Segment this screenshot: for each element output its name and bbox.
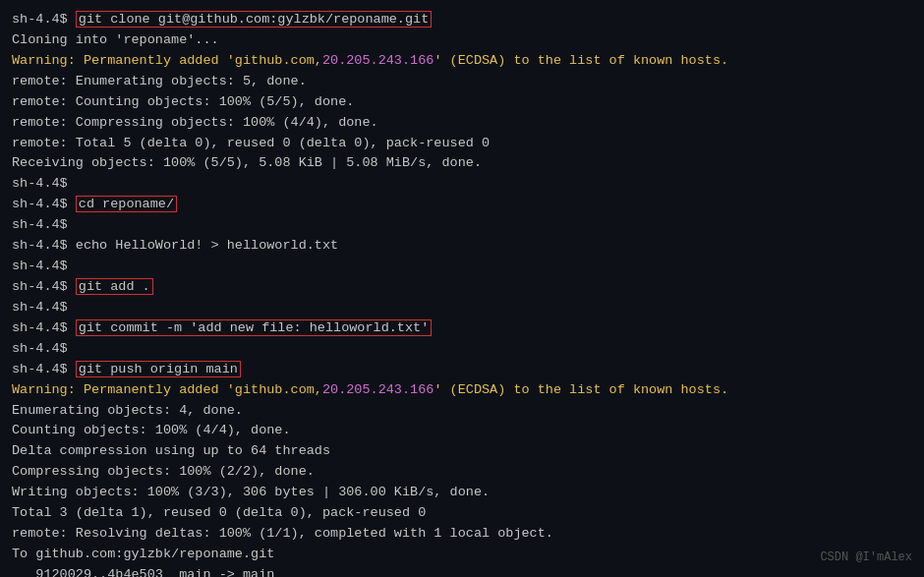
prompt: sh-4.4$ <box>12 217 76 232</box>
terminal-line: remote: Enumerating objects: 5, done. <box>12 72 912 92</box>
terminal-line: sh-4.4$ <box>12 339 912 360</box>
terminal-line: Total 3 (delta 1), reused 0 (delta 0), p… <box>12 503 912 524</box>
prompt: sh-4.4$ <box>12 341 76 356</box>
watermark: CSDN @I'mAlex <box>820 548 912 567</box>
command: cd reponame/ <box>76 196 177 212</box>
prompt: sh-4.4$ <box>12 176 76 191</box>
ip-address: 20.205.243.166 <box>322 53 433 68</box>
prompt: sh-4.4$ <box>12 12 76 27</box>
terminal-line: Delta compression using up to 64 threads <box>12 441 912 462</box>
warning-text: Warning: Permanently added 'github.com, <box>12 382 322 397</box>
terminal-line: sh-4.4$ git clone git@github.com:gylzbk/… <box>12 10 912 30</box>
terminal-line: sh-4.4$ git push origin main <box>12 360 912 380</box>
prompt: sh-4.4$ <box>12 238 76 253</box>
terminal-line: Receiving objects: 100% (5/5), 5.08 KiB … <box>12 153 912 174</box>
terminal-line: 9120029..4b4e503 main -> main <box>12 565 912 577</box>
terminal-line: Writing objects: 100% (3/3), 306 bytes |… <box>12 483 912 503</box>
terminal-window: sh-4.4$ git clone git@github.com:gylzbk/… <box>0 0 924 577</box>
terminal-line: sh-4.4$ <box>12 174 912 195</box>
terminal-line: remote: Total 5 (delta 0), reused 0 (del… <box>12 134 912 154</box>
command-text: echo HelloWorld! > helloworld.txt <box>76 238 338 253</box>
terminal-line: sh-4.4$ echo HelloWorld! > helloworld.tx… <box>12 236 912 257</box>
warning-text: Warning: Permanently added 'github.com, <box>12 53 322 68</box>
terminal-line: sh-4.4$ cd reponame/ <box>12 195 912 215</box>
terminal-line: sh-4.4$ <box>12 298 912 318</box>
terminal-line: Compressing objects: 100% (2/2), done. <box>12 462 912 483</box>
terminal-line: Warning: Permanently added 'github.com,2… <box>12 51 912 72</box>
prompt: sh-4.4$ <box>12 279 76 294</box>
terminal-output: sh-4.4$ git clone git@github.com:gylzbk/… <box>12 10 912 577</box>
terminal-line: remote: Compressing objects: 100% (4/4),… <box>12 113 912 134</box>
command: git commit -m 'add new file: helloworld.… <box>76 319 432 336</box>
terminal-line: Enumerating objects: 4, done. <box>12 401 912 422</box>
prompt: sh-4.4$ <box>12 320 76 335</box>
prompt: sh-4.4$ <box>12 362 76 376</box>
command: git push origin main <box>76 361 241 377</box>
terminal-line: remote: Counting objects: 100% (5/5), do… <box>12 92 912 113</box>
terminal-line: sh-4.4$ <box>12 215 912 236</box>
command: git clone git@github.com:gylzbk/reponame… <box>76 11 432 28</box>
ip-address: 20.205.243.166 <box>322 382 433 397</box>
command: git add . <box>76 278 153 295</box>
terminal-line: Counting objects: 100% (4/4), done. <box>12 421 912 441</box>
terminal-line: Cloning into 'reponame'... <box>12 30 912 51</box>
terminal-line: To github.com:gylzbk/reponame.git <box>12 545 912 565</box>
terminal-line: remote: Resolving deltas: 100% (1/1), co… <box>12 524 912 545</box>
prompt: sh-4.4$ <box>12 197 76 211</box>
prompt: sh-4.4$ <box>12 259 76 273</box>
warning-rest: ' (ECDSA) to the list of known hosts. <box>433 382 728 397</box>
warning-rest: ' (ECDSA) to the list of known hosts. <box>433 53 728 68</box>
prompt: sh-4.4$ <box>12 300 76 315</box>
terminal-line: Warning: Permanently added 'github.com,2… <box>12 380 912 401</box>
terminal-line: sh-4.4$ git add . <box>12 277 912 298</box>
terminal-line: sh-4.4$ <box>12 257 912 277</box>
terminal-line: sh-4.4$ git commit -m 'add new file: hel… <box>12 318 912 339</box>
